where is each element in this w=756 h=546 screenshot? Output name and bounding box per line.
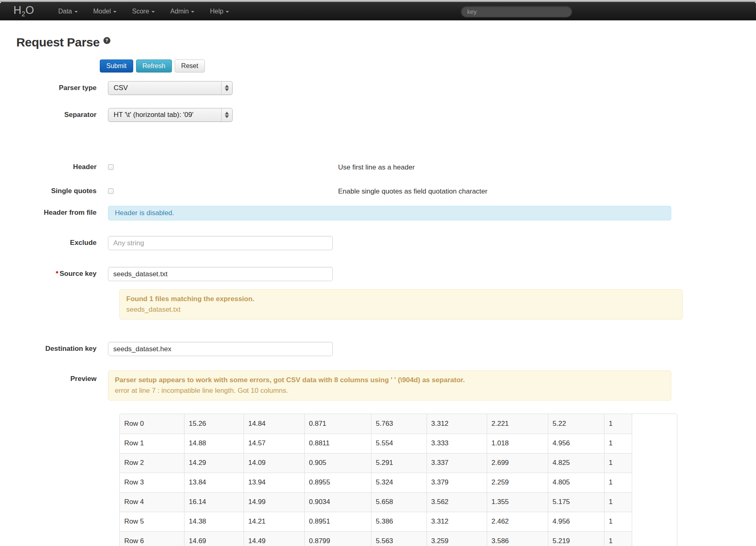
value-cell: 1	[604, 414, 632, 434]
parser-type-value: CSV	[108, 81, 221, 95]
value-cell: 14.99	[244, 492, 304, 512]
preview-row: Preview Parser setup appears to work wit…	[16, 370, 756, 401]
separator-value: HT '\t' (horizontal tab): '09'	[108, 108, 221, 121]
value-cell: 1.355	[487, 492, 548, 512]
value-cell: 13.84	[184, 473, 244, 492]
value-cell: 14.84	[244, 414, 304, 434]
parser-type-row: Parser type CSV	[16, 81, 756, 95]
select-stepper-icon	[221, 108, 232, 121]
value-cell: 5.763	[371, 414, 426, 434]
value-cell: 3.562	[426, 492, 487, 512]
nav-item-label: Score	[132, 8, 149, 15]
main-content: Request Parse? Submit Refresh Reset Pars…	[0, 35, 756, 546]
value-cell: 0.905	[304, 453, 371, 473]
destination-key-input[interactable]	[108, 342, 333, 356]
value-cell: 3.312	[426, 512, 487, 531]
value-cell: 0.8955	[304, 473, 371, 492]
page: H2O Data Model Score Admin Help Request …	[0, 0, 756, 546]
preview-table-body: Row 015.2614.840.8715.7633.3122.2215.221…	[120, 414, 632, 546]
table-row: Row 313.8413.940.89555.3243.3792.2594.80…	[120, 473, 632, 492]
submit-button[interactable]: Submit	[100, 59, 133, 73]
single-quotes-label: Single quotes	[16, 185, 108, 196]
value-cell: 2.221	[487, 414, 548, 434]
table-row: Row 114.8814.570.88115.5543.3331.0184.95…	[120, 434, 632, 453]
value-cell: 1	[604, 492, 632, 512]
preview-table-container: Row 015.2614.840.8715.7633.3122.2215.221…	[119, 414, 756, 546]
single-quotes-description: Enable single quotes as field quotation …	[338, 185, 488, 196]
nav-menu: Data Model Score Admin Help	[51, 2, 237, 20]
value-cell: 2.699	[487, 453, 548, 473]
reset-button[interactable]: Reset	[175, 59, 205, 73]
parser-type-select[interactable]: CSV	[108, 81, 233, 95]
value-cell: 0.9034	[304, 492, 371, 512]
value-cell: 5.658	[371, 492, 426, 512]
row-label-cell: Row 4	[120, 492, 184, 512]
caret-down-icon	[191, 11, 194, 13]
value-cell: 14.09	[244, 453, 304, 473]
refresh-button[interactable]: Refresh	[136, 59, 172, 73]
source-key-label: *Source key	[16, 267, 108, 278]
preview-label: Preview	[16, 370, 108, 383]
value-cell: 1	[604, 531, 632, 546]
preview-alert-body: error at line 7 : incompatible line leng…	[115, 385, 664, 396]
row-label-cell: Row 6	[120, 531, 184, 546]
files-found-alert: Found 1 files matching the expression. s…	[119, 289, 756, 319]
required-asterisk: *	[56, 270, 59, 277]
nav-item-label: Data	[58, 8, 72, 15]
header-from-file-label: Header from file	[16, 206, 108, 217]
search-input[interactable]	[461, 6, 572, 18]
value-cell: 4.956	[548, 512, 604, 531]
destination-key-row: Destination key	[16, 342, 756, 356]
exclude-row: Exclude	[16, 236, 756, 250]
preview-table-border: Row 015.2614.840.8715.7633.3122.2215.221…	[119, 414, 677, 546]
nav-item-label: Help	[210, 8, 223, 15]
separator-select[interactable]: HT '\t' (horizontal tab): '09'	[108, 108, 233, 122]
value-cell: 2.259	[487, 473, 548, 492]
header-label: Header	[16, 161, 108, 172]
caret-down-icon	[226, 11, 229, 13]
value-cell: 5.324	[371, 473, 426, 492]
caret-down-icon	[152, 11, 155, 13]
table-row: Row 614.6914.490.87995.5633.2593.5865.21…	[120, 531, 632, 546]
value-cell: 2.462	[487, 512, 548, 531]
files-found-body: seeds_dataset.txt	[126, 304, 676, 315]
value-cell: 3.379	[426, 473, 487, 492]
value-cell: 4.825	[548, 453, 604, 473]
header-from-file-row: Header from file Header is disabled.	[16, 206, 756, 220]
row-label-cell: Row 2	[120, 453, 184, 473]
nav-item-label: Model	[93, 8, 111, 15]
preview-table: Row 015.2614.840.8715.7633.3122.2215.221…	[120, 414, 632, 546]
value-cell: 13.94	[244, 473, 304, 492]
value-cell: 3.259	[426, 531, 487, 546]
value-cell: 0.8811	[304, 434, 371, 453]
value-cell: 14.88	[184, 434, 244, 453]
header-checkbox[interactable]	[108, 164, 114, 170]
caret-down-icon	[113, 11, 116, 13]
exclude-label: Exclude	[16, 236, 108, 247]
value-cell: 1	[604, 512, 632, 531]
value-cell: 5.291	[371, 453, 426, 473]
nav-item-score[interactable]: Score	[124, 2, 163, 20]
value-cell: 3.337	[426, 453, 487, 473]
value-cell: 3.333	[426, 434, 487, 453]
caret-down-icon	[75, 11, 78, 13]
single-quotes-checkbox[interactable]	[108, 188, 114, 194]
value-cell: 1	[604, 434, 632, 453]
header-description: Use first line as a header	[338, 161, 415, 172]
table-row: Row 416.1414.990.90345.6583.5621.3555.17…	[120, 492, 632, 512]
h2o-logo[interactable]: H2O	[13, 4, 34, 18]
value-cell: 14.38	[184, 512, 244, 531]
value-cell: 0.8799	[304, 531, 371, 546]
source-key-input[interactable]	[108, 267, 333, 281]
value-cell: 5.219	[548, 531, 604, 546]
nav-item-data[interactable]: Data	[51, 2, 86, 20]
exclude-input[interactable]	[108, 236, 333, 250]
value-cell: 5.563	[371, 531, 426, 546]
nav-item-admin[interactable]: Admin	[163, 2, 202, 20]
row-label-cell: Row 0	[120, 414, 184, 434]
value-cell: 1	[604, 473, 632, 492]
nav-item-model[interactable]: Model	[86, 2, 125, 20]
nav-item-help[interactable]: Help	[202, 2, 237, 20]
parser-type-label: Parser type	[16, 81, 108, 92]
help-icon[interactable]: ?	[103, 37, 110, 44]
